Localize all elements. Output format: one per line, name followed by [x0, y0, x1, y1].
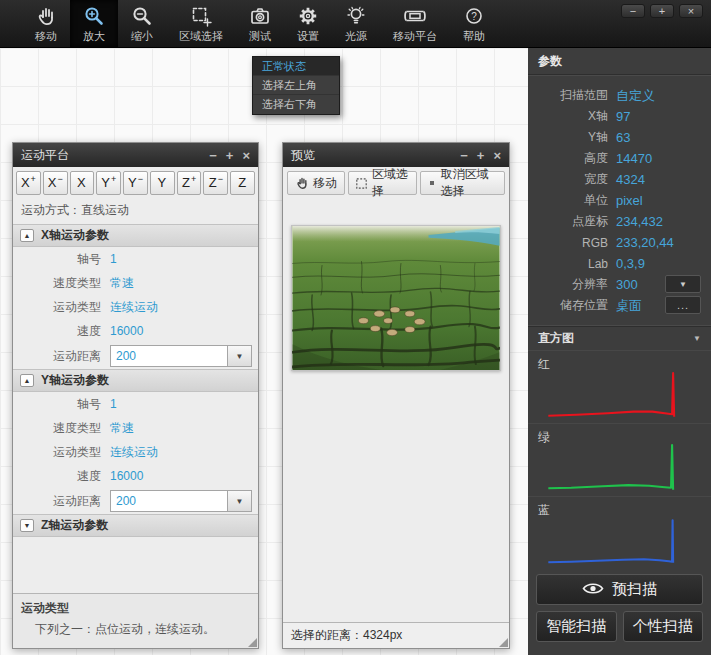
- distance-dropdown-y[interactable]: 200 ▼: [110, 490, 252, 512]
- axis-button-z-minus[interactable]: Z−: [203, 171, 228, 195]
- param-row-unit: 单位pixel: [528, 190, 711, 211]
- toolbar-label: 移动平台: [393, 29, 437, 44]
- panel-minimize-button[interactable]: −: [460, 149, 468, 162]
- motion-platform-panel: 运动平台 − + × X+ X− X Y+ Y− Y Z+ Z− Z 运动方式：…: [12, 142, 259, 649]
- panel-close-button[interactable]: ×: [493, 149, 501, 162]
- param-row-y-axis: Y轴63: [528, 127, 711, 148]
- maximize-button[interactable]: +: [650, 4, 674, 18]
- panel-controls: − + ×: [209, 149, 250, 162]
- storage-browse-button[interactable]: ...: [665, 296, 701, 314]
- panel-title: 预览: [291, 147, 460, 164]
- toolbar-button-test[interactable]: 测试: [236, 0, 284, 47]
- prescan-button[interactable]: 预扫描: [536, 574, 703, 605]
- gear-icon: [297, 4, 319, 28]
- menu-item-normal-state[interactable]: 正常状态: [253, 57, 339, 76]
- section-header-z-axis[interactable]: ▼ Z轴运动参数: [13, 514, 258, 537]
- hand-icon: [35, 4, 57, 28]
- lightbulb-icon: [345, 4, 367, 28]
- histogram-header[interactable]: 直方图 ▼: [528, 326, 711, 350]
- chevron-down-icon[interactable]: ▼: [227, 346, 251, 366]
- param-row-distance-x: 运动距离 200 ▼: [13, 343, 258, 369]
- chevron-down-icon: ▼: [693, 334, 701, 343]
- toolbar-button-region-select[interactable]: 区域选择: [166, 0, 236, 47]
- param-row: 运动类型连续运动: [13, 440, 258, 464]
- panel-maximize-button[interactable]: +: [226, 149, 234, 162]
- minimize-button[interactable]: −: [621, 4, 645, 18]
- parameters-panel: 参数 扫描范围自定义 X轴97 Y轴63 高度14470 宽度4324 单位pi…: [528, 48, 711, 655]
- axis-button-z-plus[interactable]: Z+: [177, 171, 202, 195]
- param-row: 速度类型常速: [13, 271, 258, 295]
- axis-button-y[interactable]: Y: [150, 171, 175, 195]
- app-window: 移动 放大 缩小: [0, 0, 711, 655]
- toolbar-button-zoom-out[interactable]: 缩小: [118, 0, 166, 47]
- panel-controls: − + ×: [460, 149, 501, 162]
- menu-item-select-top-left[interactable]: 选择左上角: [253, 76, 339, 95]
- axis-button-z[interactable]: Z: [230, 171, 255, 195]
- custom-scan-button[interactable]: 个性扫描: [623, 611, 704, 642]
- collapse-down-icon[interactable]: ▼: [20, 519, 34, 532]
- cancel-region-icon: [427, 178, 437, 188]
- smart-scan-button[interactable]: 智能扫描: [536, 611, 617, 642]
- preview-move-button[interactable]: 移动: [287, 171, 345, 195]
- green-histogram-curve: [548, 445, 673, 490]
- collapse-up-icon[interactable]: ▲: [20, 229, 34, 242]
- toolbar-button-move[interactable]: 移动: [22, 0, 70, 47]
- axis-button-y-minus[interactable]: Y−: [123, 171, 148, 195]
- toolbar-label: 光源: [345, 29, 367, 44]
- param-row: 轴号1: [13, 247, 258, 271]
- preview-image[interactable]: [291, 225, 501, 371]
- param-row-width: 宽度4324: [528, 169, 711, 190]
- toolbar-button-moving-platform[interactable]: 移动平台: [380, 0, 450, 47]
- panel-close-button[interactable]: ×: [242, 149, 250, 162]
- histogram-blue-channel: 蓝: [528, 496, 711, 569]
- help-text: 下列之一：点位运动，连续运动。: [21, 621, 250, 638]
- axis-button-x-plus[interactable]: X+: [16, 171, 41, 195]
- close-button[interactable]: ×: [679, 4, 703, 18]
- param-row: 速度类型常速: [13, 416, 258, 440]
- axis-button-x[interactable]: X: [70, 171, 95, 195]
- toolbar-label: 设置: [297, 29, 319, 44]
- section-header-y-axis[interactable]: ▲ Y轴运动参数: [13, 369, 258, 392]
- toolbar-label: 区域选择: [179, 29, 223, 44]
- motion-mode-text: 运动方式：直线运动: [13, 199, 258, 224]
- red-histogram-curve: [548, 373, 674, 417]
- panel-minimize-button[interactable]: −: [209, 149, 217, 162]
- param-row: 速度16000: [13, 319, 258, 343]
- param-row-x-axis: X轴97: [528, 106, 711, 127]
- param-row-rgb: RGB233,20,44: [528, 232, 711, 253]
- preview-toolbar: 移动 区域选择 取消区域选择: [283, 167, 509, 199]
- scan-buttons: 预扫描 智能扫描 个性扫描: [528, 574, 711, 655]
- preview-cancel-region-button[interactable]: 取消区域选择: [420, 171, 505, 195]
- resolution-dropdown-button[interactable]: ▼: [665, 275, 701, 293]
- distance-dropdown-x[interactable]: 200 ▼: [110, 345, 252, 367]
- param-row: 运动类型连续运动: [13, 295, 258, 319]
- axis-button-y-plus[interactable]: Y+: [96, 171, 121, 195]
- window-controls: − + ×: [621, 4, 703, 18]
- resize-grip[interactable]: [499, 638, 508, 647]
- motion-panel-titlebar[interactable]: 运动平台 − + ×: [13, 143, 258, 167]
- param-row-resolution: 分辨率 300 ▼: [528, 274, 711, 295]
- svg-text:?: ?: [471, 11, 477, 22]
- zoom-in-icon: [83, 4, 105, 28]
- toolbar-button-light-source[interactable]: 光源: [332, 0, 380, 47]
- toolbar-label: 移动: [35, 29, 57, 44]
- help-icon: ?: [463, 4, 485, 28]
- resize-grip[interactable]: [248, 638, 257, 647]
- collapse-up-icon[interactable]: ▲: [20, 374, 34, 387]
- menu-item-select-bottom-right[interactable]: 选择右下角: [253, 95, 339, 114]
- panel-maximize-button[interactable]: +: [477, 149, 485, 162]
- section-header-x-axis[interactable]: ▲ X轴运动参数: [13, 224, 258, 247]
- chevron-down-icon[interactable]: ▼: [227, 491, 251, 511]
- toolbar-button-zoom-in[interactable]: 放大: [70, 0, 118, 47]
- preview-panel-titlebar[interactable]: 预览 − + ×: [283, 143, 509, 167]
- axis-button-x-minus[interactable]: X−: [43, 171, 68, 195]
- param-row: 速度16000: [13, 464, 258, 488]
- toolbar-button-help[interactable]: ? 帮助: [450, 0, 498, 47]
- region-select-icon: [190, 4, 212, 28]
- param-row-height: 高度14470: [528, 148, 711, 169]
- axis-jog-buttons: X+ X− X Y+ Y− Y Z+ Z− Z: [13, 167, 258, 199]
- param-row-point-coord: 点座标234,432: [528, 211, 711, 232]
- motion-help-box: 运动类型 下列之一：点位运动，连续运动。: [13, 593, 258, 648]
- toolbar-button-settings[interactable]: 设置: [284, 0, 332, 47]
- preview-region-select-button[interactable]: 区域选择: [348, 171, 417, 195]
